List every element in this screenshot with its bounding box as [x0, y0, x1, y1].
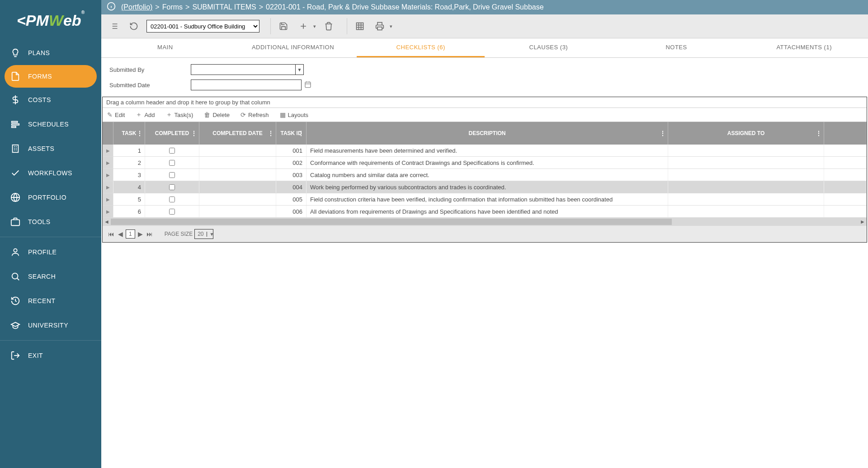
chevron-down-icon[interactable]: ▼	[295, 65, 303, 75]
grid-delete-button[interactable]: 🗑Delete	[204, 111, 230, 118]
project-selector[interactable]: 02201-001 - Sudbury Office Building	[146, 20, 259, 33]
submitted-by-label: Submitted By	[109, 66, 191, 73]
completed-checkbox[interactable]	[169, 148, 175, 154]
completed-checkbox[interactable]	[169, 209, 175, 215]
page-size-selector[interactable]: 20 ▼	[194, 229, 213, 239]
column-menu-icon[interactable]: ⋮	[191, 130, 197, 137]
cell-extra	[824, 181, 867, 193]
app-logo: <PMWeb®	[0, 0, 101, 41]
completed-checkbox[interactable]	[169, 160, 175, 166]
expand-icon[interactable]: ▶	[103, 157, 113, 168]
pager-last-icon[interactable]: ⏭	[146, 229, 154, 239]
submitted-by-combo[interactable]: ▼	[191, 64, 304, 75]
pager-prev-icon[interactable]: ◀	[117, 229, 124, 239]
sidebar-item-search[interactable]: SEARCH	[0, 264, 101, 289]
completed-checkbox[interactable]	[169, 172, 175, 178]
column-description[interactable]: DESCRIPTION⋮	[307, 122, 668, 145]
breadcrumb-submittal-items[interactable]: SUBMITTAL ITEMS	[192, 3, 256, 11]
scroll-thumb[interactable]	[111, 219, 672, 225]
sidebar-item-workflows[interactable]: WORKFLOWS	[0, 161, 101, 185]
print-icon[interactable]	[373, 19, 387, 33]
calendar-icon[interactable]	[304, 81, 311, 89]
add-icon[interactable]	[296, 19, 311, 33]
pager-page-number[interactable]: 1	[126, 229, 135, 239]
submitted-date-input[interactable]	[191, 80, 302, 90]
pager-next-icon[interactable]: ▶	[137, 229, 144, 239]
tab-attachments[interactable]: ATTACHMENTS (1)	[740, 38, 868, 57]
cell-description: Field construction criteria have been ve…	[307, 193, 668, 205]
expand-icon[interactable]: ▶	[103, 206, 113, 217]
breadcrumb-root[interactable]: (Portfolio)	[121, 3, 152, 11]
chevron-down-icon[interactable]: ▼	[207, 232, 213, 237]
table-row[interactable]: ▶6006All deviations from requirements of…	[103, 206, 867, 218]
column-completed-date[interactable]: COMPLETED DATE⋮	[199, 122, 276, 145]
grid-edit-button[interactable]: ✎Edit	[107, 111, 125, 118]
cell-task: 6	[113, 206, 145, 217]
expand-icon[interactable]: ▶	[103, 193, 113, 205]
sidebar-item-portfolio[interactable]: PORTFOLIO	[0, 185, 101, 210]
sidebar-item-profile[interactable]: PROFILE	[0, 240, 101, 264]
grid-icon[interactable]	[353, 19, 367, 33]
horizontal-scrollbar[interactable]: ◄ ►	[103, 218, 867, 226]
tab-clauses[interactable]: CLAUSES (3)	[485, 38, 613, 57]
sidebar-item-tools[interactable]: TOOLS	[0, 210, 101, 234]
scroll-left-icon[interactable]: ◄	[103, 219, 111, 225]
expand-icon[interactable]: ▶	[103, 169, 113, 181]
tab-main[interactable]: MAIN	[101, 38, 229, 57]
grid-add-button[interactable]: ＋Add	[136, 111, 155, 119]
column-menu-icon[interactable]: ⋮	[660, 130, 666, 137]
column-menu-icon[interactable]: ⋮	[816, 130, 822, 137]
grid-tasks-button[interactable]: ＋Task(s)	[166, 111, 193, 119]
sidebar-item-exit[interactable]: EXIT	[0, 343, 101, 368]
add-dropdown-icon[interactable]: ▾	[313, 23, 316, 29]
sidebar-item-assets[interactable]: ASSETS	[0, 136, 101, 161]
sidebar-item-plans[interactable]: PLANS	[0, 41, 101, 65]
pager-first-icon[interactable]: ⏮	[107, 229, 115, 239]
submitted-by-input[interactable]	[191, 65, 295, 75]
cell-completed	[145, 157, 199, 168]
table-row[interactable]: ▶3003Catalog numbers and similar data ar…	[103, 169, 867, 181]
expand-icon[interactable]: ▶	[103, 145, 113, 156]
tab-additional-info[interactable]: ADDITIONAL INFORMATION	[229, 38, 357, 57]
sidebar-item-schedules[interactable]: SCHEDULES	[0, 112, 101, 136]
completed-checkbox[interactable]	[169, 184, 175, 190]
cell-completed-date	[199, 145, 276, 156]
save-icon[interactable]	[276, 19, 291, 33]
table-row[interactable]: ▶4004Work being performed by various sub…	[103, 181, 867, 193]
main-toolbar: 02201-001 - Sudbury Office Building ▾ ▾	[101, 14, 868, 38]
undo-icon[interactable]	[127, 19, 141, 33]
grid-layouts-button[interactable]: ▦Layouts	[280, 111, 309, 118]
tab-checklists[interactable]: CHECKLISTS (6)	[357, 38, 485, 57]
info-icon[interactable]	[107, 2, 116, 13]
scroll-right-icon[interactable]: ►	[859, 219, 867, 225]
sidebar-item-costs[interactable]: COSTS	[0, 88, 101, 112]
group-hint[interactable]: Drag a column header and drop it here to…	[103, 97, 867, 108]
breadcrumb-forms[interactable]: Forms	[162, 3, 183, 11]
list-icon[interactable]	[107, 19, 121, 33]
expand-icon[interactable]: ▶	[103, 181, 113, 193]
sidebar-item-forms[interactable]: FORMS	[5, 65, 97, 88]
column-completed[interactable]: COMPLETED⋮	[145, 122, 199, 145]
print-dropdown-icon[interactable]: ▾	[390, 23, 392, 29]
column-menu-icon[interactable]: ⋮	[137, 130, 143, 137]
table-row[interactable]: ▶1001Field measurements have been determ…	[103, 145, 867, 157]
plus-icon: ＋	[136, 111, 142, 119]
column-menu-icon[interactable]: ⋮	[298, 130, 304, 137]
lightbulb-icon	[9, 48, 22, 58]
column-task[interactable]: TASK⋮	[113, 122, 145, 145]
cell-task: 1	[113, 145, 145, 156]
delete-icon[interactable]	[321, 19, 336, 33]
column-assigned-to[interactable]: ASSIGNED TO⋮	[668, 122, 824, 145]
sidebar-item-recent[interactable]: RECENT	[0, 289, 101, 313]
column-task-id[interactable]: TASK ID⋮	[276, 122, 307, 145]
sidebar-item-university[interactable]: UNIVERSITY	[0, 313, 101, 337]
cell-completed-date	[199, 157, 276, 168]
table-row[interactable]: ▶2002Conformance with requirements of Co…	[103, 157, 867, 169]
tab-notes[interactable]: NOTES	[613, 38, 741, 57]
completed-checkbox[interactable]	[169, 197, 175, 202]
table-row[interactable]: ▶5005Field construction criteria have be…	[103, 193, 867, 206]
column-menu-icon[interactable]: ⋮	[268, 130, 274, 137]
breadcrumb: (Portfolio) > Forms > SUBMITTAL ITEMS > …	[101, 0, 868, 14]
grid-refresh-button[interactable]: ⟳Refresh	[241, 111, 269, 118]
grid-layouts-label: Layouts	[288, 112, 309, 118]
